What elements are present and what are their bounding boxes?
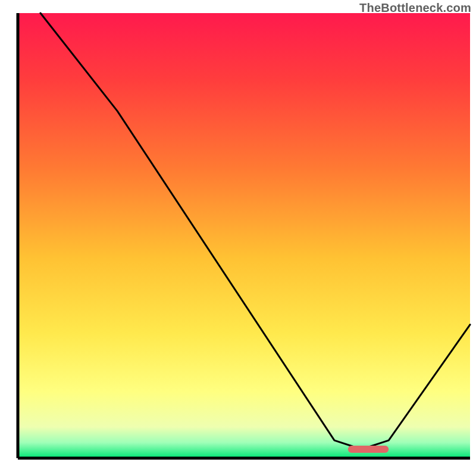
bottleneck-chart: TheBottleneck.com [0, 0, 476, 476]
chart-svg [0, 0, 476, 476]
watermark-text: TheBottleneck.com [359, 1, 471, 15]
optimum-marker [348, 446, 389, 453]
plot-background [18, 13, 470, 458]
